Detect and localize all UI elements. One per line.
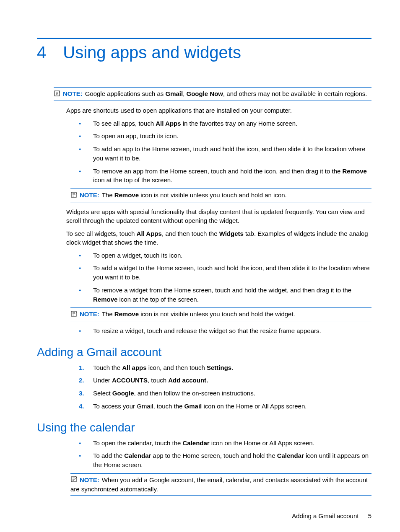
note-icon: [70, 476, 78, 485]
note-block-top: NOTE:Google applications such as Gmail, …: [54, 87, 371, 101]
list-item: To add a widget to the Home screen, touc…: [79, 263, 371, 282]
note-icon: [70, 310, 78, 319]
list-item: Under ACCOUNTS, touch Add account.: [79, 376, 371, 385]
note-label: NOTE:: [80, 310, 99, 318]
list-item: Select Google, and then follow the on-sc…: [79, 389, 371, 398]
chapter-title-text: Using apps and widgets: [63, 43, 241, 62]
page-footer: Adding a Gmail account 5: [37, 512, 371, 519]
note-text: The Remove icon is not visible unless yo…: [102, 310, 295, 318]
chapter-heading: 4 Using apps and widgets: [37, 43, 371, 62]
note-label: NOTE:: [80, 191, 99, 199]
paragraph: To see all widgets, touch All Apps, and …: [66, 229, 371, 247]
chapter-number: 4: [37, 43, 46, 62]
list-item: To add an app to the Home screen, touch …: [79, 145, 371, 163]
note-label: NOTE:: [80, 476, 99, 483]
note-text: The Remove icon is not visible unless yo…: [102, 191, 287, 199]
numbered-list: Touch the All apps icon, and then touch …: [79, 363, 371, 411]
list-item: To remove an app from the Home screen, t…: [79, 167, 371, 185]
paragraph: Widgets are apps with special functional…: [66, 207, 371, 225]
section-heading-gmail: Adding a Gmail account: [37, 346, 371, 359]
list-item: Touch the All apps icon, and then touch …: [79, 363, 371, 372]
list-item: To open the calendar, touch the Calendar…: [79, 439, 371, 448]
note-block: NOTE:The Remove icon is not visible unle…: [70, 307, 371, 321]
list-item: To remove a widget from the Home screen,…: [79, 286, 371, 304]
list-item: To resize a widget, touch and release th…: [79, 326, 371, 336]
list-item: To see all apps, touch All Apps in the f…: [79, 119, 371, 128]
list-item: To open an app, touch its icon.: [79, 132, 371, 141]
bullet-list: To see all apps, touch All Apps in the f…: [79, 119, 371, 185]
list-item: To add the Calendar app to the Home scre…: [79, 451, 371, 470]
list-item: To open a widget, touch its icon.: [79, 251, 371, 260]
paragraph: Apps are shortcuts used to open applicat…: [66, 106, 371, 115]
note-text: When you add a Google account, the email…: [70, 476, 368, 493]
note-label: NOTE:: [63, 90, 83, 97]
page-number: 5: [368, 512, 371, 519]
note-text: Google applications such as Gmail, Googl…: [85, 90, 367, 97]
bullet-list: To resize a widget, touch and release th…: [79, 326, 371, 336]
bullet-list: To open the calendar, touch the Calendar…: [79, 439, 371, 470]
top-rule: [37, 38, 371, 39]
bullet-list: To open a widget, touch its icon. To add…: [79, 251, 371, 304]
note-icon: [70, 191, 78, 200]
section-heading-calendar: Using the calendar: [37, 421, 371, 434]
footer-text: Adding a Gmail account: [292, 512, 358, 519]
note-block: NOTE:The Remove icon is not visible unle…: [70, 189, 371, 202]
list-item: To access your Gmail, touch the Gmail ic…: [79, 402, 371, 411]
note-icon: [54, 90, 61, 99]
note-block: NOTE:When you add a Google account, the …: [70, 473, 371, 496]
